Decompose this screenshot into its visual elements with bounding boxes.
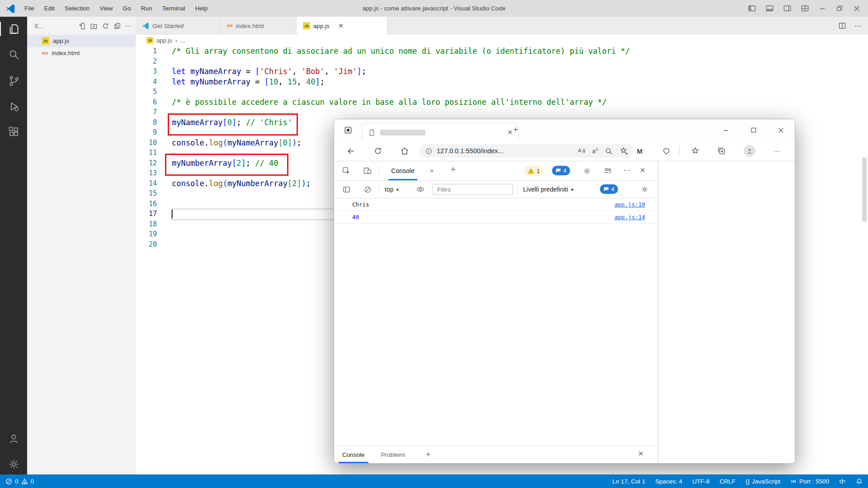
menu-help[interactable]: Help [190,3,212,14]
breadcrumb-file[interactable]: app.js [156,37,172,44]
notifications-bell-icon[interactable] [856,478,863,485]
device-toolbar-icon[interactable] [363,166,373,176]
menu-run[interactable]: Run [137,3,157,14]
more-tools-icon[interactable]: + [451,165,456,174]
close-drawer-icon[interactable]: ✕ [638,450,644,458]
run-debug-icon[interactable] [0,95,27,117]
menu-edit[interactable]: Edit [40,3,59,14]
close-button[interactable] [767,119,795,141]
maximize-button[interactable] [740,119,767,141]
live-expression-eye-icon[interactable] [415,184,425,194]
customize-layout-icon[interactable] [801,4,809,13]
translate-icon[interactable]: aA [592,148,598,154]
menu-terminal[interactable]: Terminal [157,3,189,14]
close-button[interactable] [853,5,861,13]
file-item-indexhtml[interactable]: <> index.html [27,47,136,59]
toggle-sidebar-icon[interactable] [748,4,756,13]
status-live-server-port[interactable]: Port : 5500 [790,478,829,485]
tab-app-js[interactable]: JS app.js ✕ [297,17,387,35]
toggle-panel-icon[interactable] [765,4,774,13]
more-actions-icon[interactable]: ⋯ [854,22,862,30]
code-line[interactable]: 6/* è possibile accedere a ciascun valor… [136,97,868,108]
extensions-icon[interactable] [0,121,27,142]
close-tab-icon[interactable]: ✕ [338,22,344,29]
code-line[interactable]: 1/* Gli array consentono di associare ad… [136,46,868,56]
console-source-link[interactable]: app.js:10 [614,201,645,208]
favorites-icon[interactable] [690,146,700,156]
extension-m-icon[interactable]: M [635,146,645,156]
console-source-link[interactable]: app.js:14 [614,214,645,221]
devtools-tab-console[interactable]: Console [385,161,421,180]
zoom-icon[interactable] [604,147,613,155]
collections-icon[interactable] [717,146,726,156]
settings-gear-icon[interactable] [0,453,27,475]
console-settings-gear-icon[interactable] [640,184,650,194]
devtools-settings-gear-icon[interactable] [582,166,592,176]
drawer-tab-problems[interactable]: Problemi [373,446,413,463]
site-info-icon[interactable] [425,147,433,155]
status-language[interactable]: {} JavaScript [745,478,780,485]
problems-status[interactable]: 0 0 [5,478,34,485]
new-file-icon[interactable] [78,22,86,30]
account-icon[interactable] [0,427,27,449]
new-tab-icon[interactable]: + [513,125,518,135]
minimize-button[interactable] [712,119,740,141]
split-editor-icon[interactable] [838,22,846,30]
issues-chip[interactable]: 4 [600,184,618,194]
breadcrumb-more[interactable]: ... [180,37,185,44]
status-eol[interactable]: CRLF [720,478,736,485]
status-indentation[interactable]: Spaces: 4 [655,478,682,485]
profile-avatar[interactable] [744,145,755,157]
collapse-folders-icon[interactable] [113,22,121,30]
address-bar[interactable]: 127.0.0.1:5500/index... A aA [420,144,634,158]
status-encoding[interactable]: UTF-8 [692,478,709,485]
back-icon[interactable] [346,146,356,156]
warnings-chip[interactable]: 1 [524,166,543,176]
feedback-icon[interactable] [839,478,846,485]
console-sidebar-icon[interactable] [341,184,351,194]
refresh-icon[interactable] [373,146,383,156]
code-line[interactable]: 4let myNumberArray = [10, 15, 40]; [136,77,868,87]
refresh-explorer-icon[interactable] [102,22,109,30]
settings-more-icon[interactable]: ··· [772,146,782,156]
close-devtools-icon[interactable]: ✕ [640,166,646,174]
home-icon[interactable] [400,146,410,156]
menu-view[interactable]: View [95,3,118,14]
code-line[interactable]: 2 [136,56,868,67]
drawer-tab-console[interactable]: Console [334,446,373,463]
search-icon[interactable] [0,43,27,65]
add-drawer-tab-icon[interactable]: + [426,450,431,460]
status-cursor-position[interactable]: Ln 17, Col 1 [613,478,646,485]
browser-essentials-icon[interactable] [661,146,671,156]
editor-scrollbar[interactable] [862,46,867,474]
read-aloud-icon[interactable]: A [577,146,586,155]
source-control-icon[interactable] [0,70,27,91]
log-levels-dropdown[interactable]: Livelli predefiniti ▾ [523,181,574,198]
restore-button[interactable] [835,5,844,13]
code-line[interactable]: 3let myNameArray = ['Chris', 'Bob', 'Jim… [136,66,868,77]
context-selector[interactable]: top ▾ [385,181,399,198]
devtools-menu-icon[interactable]: ⋯ [623,166,631,174]
toggle-secondary-sidebar-icon[interactable] [783,4,792,13]
minimize-button[interactable] [818,5,826,13]
issues-chip[interactable]: 4 [552,166,570,175]
menu-file[interactable]: File [20,3,39,14]
more-tabs-icon[interactable]: » [430,166,434,174]
tab-get-started[interactable]: Get Started [136,17,220,35]
more-actions-icon[interactable]: ⋯ [125,22,132,30]
file-item-appjs[interactable]: JS app.js [27,35,136,47]
url-text[interactable]: 127.0.0.1:5500/index... [437,147,504,155]
close-tab-icon[interactable]: ✕ [507,129,513,136]
new-folder-icon[interactable] [90,22,98,30]
code-line[interactable]: 5 [136,87,868,97]
clear-console-icon[interactable] [363,184,373,194]
explorer-icon[interactable] [0,18,27,40]
console-filter-input[interactable] [433,184,513,195]
browser-tab[interactable]: ✕ [362,123,519,141]
scrollbar-thumb[interactable] [862,158,867,221]
inspect-element-icon[interactable] [341,166,351,176]
tab-workspaces-icon[interactable] [343,125,353,135]
profiles-people-icon[interactable] [603,166,613,176]
menu-go[interactable]: Go [118,3,136,14]
add-favorite-star-icon[interactable] [619,146,628,155]
